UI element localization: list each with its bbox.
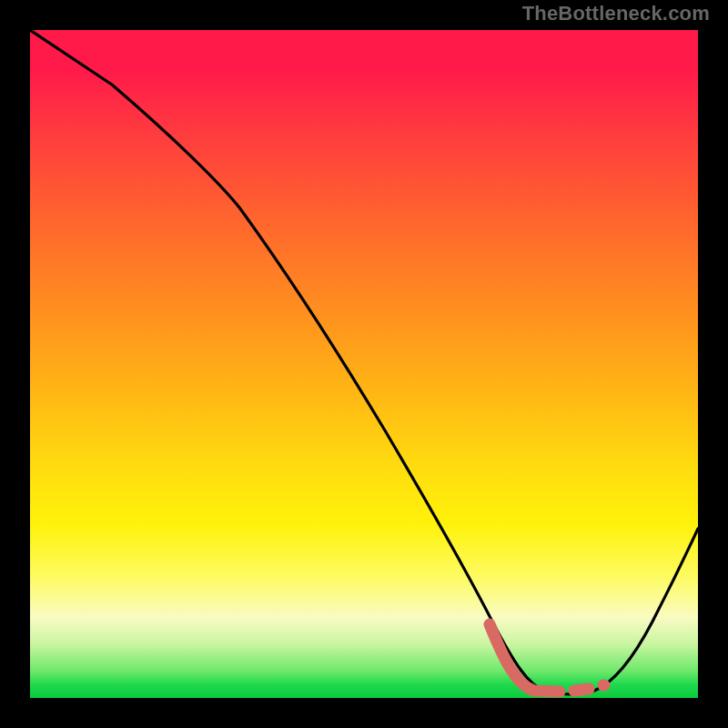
plot-area bbox=[30, 30, 698, 698]
watermark-text: TheBottleneck.com bbox=[522, 2, 710, 25]
chart-frame: TheBottleneck.com bbox=[0, 0, 728, 728]
highlight-segment bbox=[490, 624, 604, 692]
main-curve bbox=[30, 30, 698, 694]
curve-layer bbox=[30, 30, 698, 698]
